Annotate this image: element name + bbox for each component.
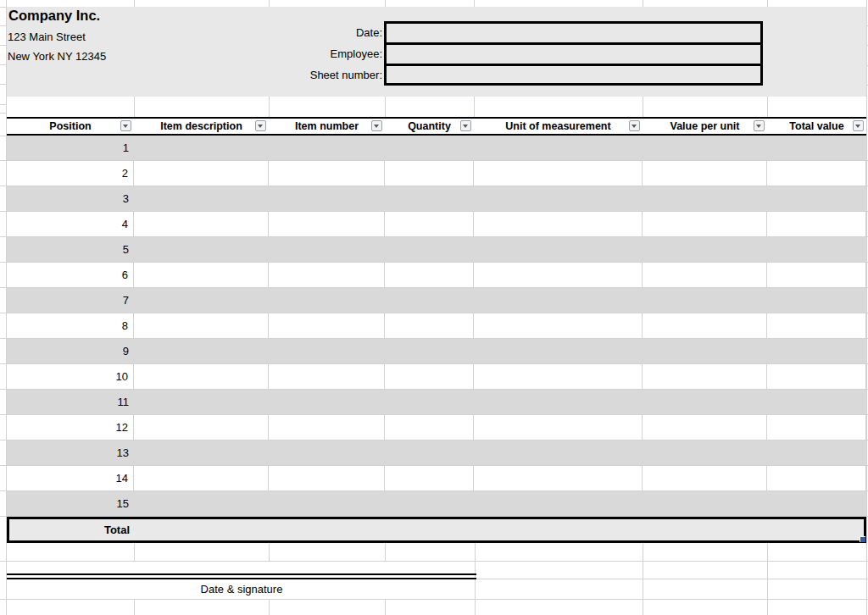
item-description-cell[interactable] [134,491,269,516]
total-value-cell[interactable] [767,415,866,440]
position-cell[interactable]: 14 [7,466,134,490]
quantity-cell[interactable] [385,161,474,186]
position-cell[interactable]: 11 [7,390,134,414]
unit-of-measurement-cell[interactable] [474,491,643,516]
item-description-cell[interactable] [134,313,269,338]
unit-of-measurement-cell[interactable] [474,263,643,287]
item-number-cell[interactable] [269,440,385,465]
unit-of-measurement-cell[interactable] [474,313,643,338]
item-number-cell[interactable] [269,415,385,440]
unit-of-measurement-cell[interactable] [474,440,643,465]
unit-of-measurement-cell[interactable] [474,288,643,313]
position-cell[interactable]: 13 [7,440,134,465]
position-cell[interactable]: 15 [7,491,134,516]
total-value-cell[interactable] [767,339,866,363]
filter-dropdown-button[interactable] [371,120,382,131]
position-cell[interactable]: 12 [7,415,134,440]
position-cell[interactable]: 8 [7,313,134,338]
item-number-cell[interactable] [269,186,385,211]
position-cell[interactable]: 9 [7,339,134,363]
unit-of-measurement-cell[interactable] [474,466,643,490]
column-header-unit-of-measurement[interactable]: Unit of measurement [474,119,643,134]
filter-dropdown-button[interactable] [255,120,266,131]
item-number-cell[interactable] [269,161,385,186]
item-description-cell[interactable] [134,364,269,389]
quantity-cell[interactable] [385,390,474,414]
total-value-cell[interactable] [767,212,866,236]
quantity-cell[interactable] [385,136,474,160]
quantity-cell[interactable] [385,415,474,440]
column-header-item-description[interactable]: Item description [134,119,269,134]
filter-dropdown-button[interactable] [460,120,471,131]
position-cell[interactable]: 4 [7,212,134,236]
item-number-cell[interactable] [269,339,385,363]
item-number-cell[interactable] [269,491,385,516]
quantity-cell[interactable] [385,212,474,236]
quantity-cell[interactable] [385,466,474,490]
total-value-cell[interactable] [767,440,866,465]
item-number-cell[interactable] [269,263,385,287]
employee-input[interactable] [387,45,760,66]
unit-of-measurement-cell[interactable] [474,136,643,160]
value-per-unit-cell[interactable] [643,339,767,363]
item-description-cell[interactable] [134,263,269,287]
total-value-cell[interactable] [767,186,866,211]
position-cell[interactable]: 1 [7,136,134,160]
filter-dropdown-button[interactable] [629,120,640,131]
item-number-cell[interactable] [269,212,385,236]
unit-of-measurement-cell[interactable] [474,390,643,414]
item-number-cell[interactable] [269,390,385,414]
item-description-cell[interactable] [134,440,269,465]
column-header-value-per-unit[interactable]: Value per unit [643,119,767,134]
position-cell[interactable]: 10 [7,364,134,389]
total-value-cell[interactable] [767,237,866,262]
unit-of-measurement-cell[interactable] [474,161,643,186]
value-per-unit-cell[interactable] [643,440,767,465]
unit-of-measurement-cell[interactable] [474,212,643,236]
unit-of-measurement-cell[interactable] [474,186,643,211]
item-number-cell[interactable] [269,313,385,338]
item-number-cell[interactable] [269,136,385,160]
item-number-cell[interactable] [269,364,385,389]
position-cell[interactable]: 2 [7,161,134,186]
value-per-unit-cell[interactable] [643,364,767,389]
total-value-cell[interactable] [767,390,866,414]
value-per-unit-cell[interactable] [643,288,767,313]
value-per-unit-cell[interactable] [643,186,767,211]
value-per-unit-cell[interactable] [643,466,767,490]
total-value-cell[interactable] [767,263,866,287]
total-value-cell[interactable] [767,466,866,490]
item-description-cell[interactable] [134,237,269,262]
column-header-quantity[interactable]: Quantity [385,119,474,134]
total-value-cell[interactable] [767,364,866,389]
item-description-cell[interactable] [134,186,269,211]
value-per-unit-cell[interactable] [643,136,767,160]
value-per-unit-cell[interactable] [643,390,767,414]
unit-of-measurement-cell[interactable] [474,237,643,262]
total-value-cell[interactable] [767,136,866,160]
value-per-unit-cell[interactable] [643,161,767,186]
value-per-unit-cell[interactable] [643,491,767,516]
column-header-total-value[interactable]: Total value [767,119,866,134]
item-description-cell[interactable] [134,415,269,440]
position-cell[interactable]: 6 [7,263,134,287]
value-per-unit-cell[interactable] [643,263,767,287]
quantity-cell[interactable] [385,491,474,516]
total-row[interactable]: Total [7,517,866,543]
date-input[interactable] [387,24,760,45]
item-description-cell[interactable] [134,390,269,414]
item-description-cell[interactable] [134,212,269,236]
quantity-cell[interactable] [385,364,474,389]
quantity-cell[interactable] [385,288,474,313]
value-per-unit-cell[interactable] [643,212,767,236]
unit-of-measurement-cell[interactable] [474,415,643,440]
quantity-cell[interactable] [385,237,474,262]
total-value-cell[interactable] [767,161,866,186]
item-number-cell[interactable] [269,466,385,490]
quantity-cell[interactable] [385,263,474,287]
item-number-cell[interactable] [269,237,385,262]
item-description-cell[interactable] [134,136,269,160]
filter-dropdown-button[interactable] [853,120,864,131]
quantity-cell[interactable] [385,186,474,211]
selection-fill-handle[interactable] [860,536,865,542]
